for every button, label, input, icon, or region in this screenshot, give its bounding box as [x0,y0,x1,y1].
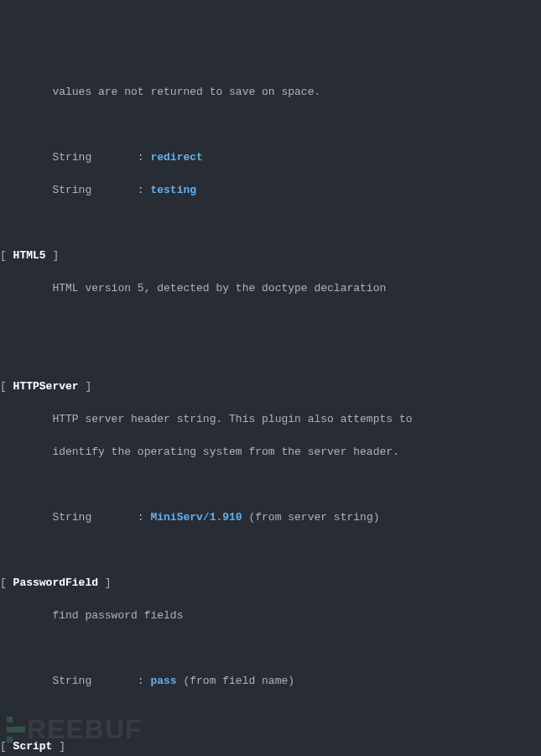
value-miniserv: MiniServ/1.910 [150,511,242,524]
section-html5: HTML5 [13,249,46,262]
watermark-icon [7,717,25,743]
intro-line: values are not returned to save on space… [0,84,541,101]
value-testing: testing [150,184,196,196]
watermark-logo: REEBUF [7,709,143,749]
value-redirect: redirect [150,151,202,164]
terminal-output: values are not returned to save on space… [0,67,541,756]
value-pass: pass [150,675,176,687]
watermark-text: REEBUF [27,709,143,749]
section-passwordfield: PasswordField [13,576,98,589]
section-httpserver: HTTPServer [13,380,79,393]
